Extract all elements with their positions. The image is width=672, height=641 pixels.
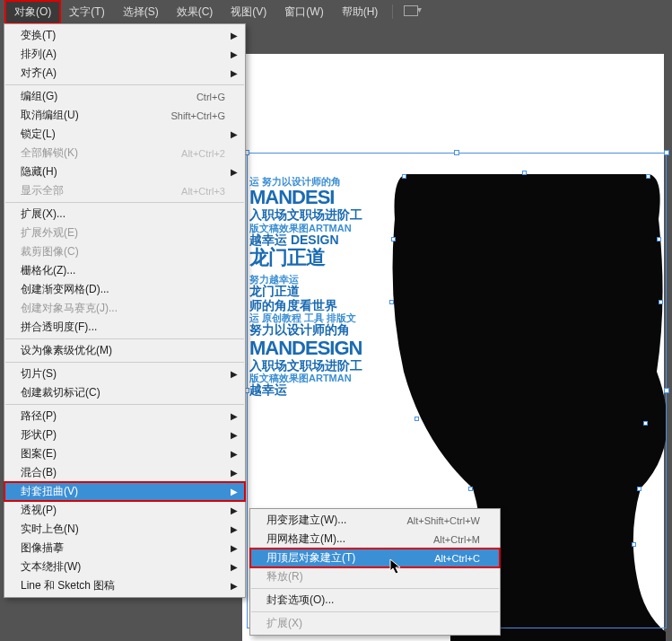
menubar: 对象(O) 文字(T) 选择(S) 效果(C) 视图(V) 窗口(W) 帮助(H… — [0, 0, 672, 23]
object-menu-item-17[interactable]: 拼合透明度(F)... — [4, 318, 245, 337]
menu-item-label: 显示全部 — [21, 183, 64, 198]
object-menu-dropdown: 变换(T)▶排列(A)▶对齐(A)▶编组(G)Ctrl+G取消编组(U)Shif… — [4, 23, 246, 598]
menu-item-label: 封套扭曲(V) — [21, 484, 78, 499]
object-menu-item-19[interactable]: 设为像素级优化(M) — [4, 341, 245, 360]
object-menu-item-26[interactable]: 图案(E)▶ — [4, 444, 245, 463]
menu-item-shortcut: Ctrl+G — [196, 92, 225, 102]
object-menu-item-2[interactable]: 对齐(A)▶ — [4, 64, 245, 83]
menu-type[interactable]: 文字(T) — [60, 1, 113, 23]
menu-item-label: 图像描摹 — [21, 540, 64, 556]
menu-item-label: 编组(G) — [21, 89, 57, 104]
menu-item-label: 切片(S) — [21, 366, 57, 382]
object-menu-item-1[interactable]: 排列(A)▶ — [4, 45, 245, 64]
menu-item-label: 设为像素级优化(M) — [21, 343, 112, 358]
menu-separator — [5, 404, 244, 405]
menu-item-label: 变换(T) — [21, 28, 56, 43]
menu-item-label: 排列(A) — [21, 47, 57, 62]
submenu-arrow-icon: ▶ — [231, 31, 238, 40]
menu-item-shortcut: Alt+Ctrl+2 — [181, 148, 225, 159]
object-menu-item-28[interactable]: 封套扭曲(V)▶ — [4, 482, 245, 501]
menu-window[interactable]: 窗口(W) — [275, 1, 332, 23]
menu-select[interactable]: 选择(S) — [114, 1, 168, 23]
object-menu-item-33[interactable]: Line 和 Sketch 图稿▶ — [4, 576, 245, 595]
menu-item-shortcut: Shift+Ctrl+G — [170, 110, 225, 121]
object-menu-item-31[interactable]: 图像描摹▶ — [4, 539, 245, 558]
menu-separator — [5, 362, 244, 363]
menu-item-label: 扩展(X) — [266, 616, 302, 631]
object-menu-item-11[interactable]: 扩展(X)... — [4, 205, 245, 224]
menu-separator — [251, 611, 499, 612]
menu-separator — [5, 202, 244, 203]
object-menu-item-13: 裁剪图像(C) — [4, 242, 245, 261]
envelope-submenu-item-0[interactable]: 用变形建立(W)...Alt+Shift+Ctrl+W — [250, 511, 500, 530]
menu-item-label: 文本绕排(W) — [21, 559, 81, 575]
menu-item-label: Line 和 Sketch 图稿 — [21, 578, 115, 593]
envelope-submenu-item-1[interactable]: 用网格建立(M)...Alt+Ctrl+M — [250, 530, 500, 549]
object-menu-item-4[interactable]: 编组(G)Ctrl+G — [4, 87, 245, 106]
menu-item-label: 用顶层对象建立(T) — [266, 550, 355, 566]
menu-separator — [5, 338, 244, 339]
object-menu-item-27[interactable]: 混合(B)▶ — [4, 463, 245, 482]
object-menu-item-16: 创建对象马赛克(J)... — [4, 299, 245, 318]
menu-item-label: 取消编组(U) — [21, 108, 79, 123]
submenu-arrow-icon: ▶ — [231, 581, 238, 591]
submenu-arrow-icon: ▶ — [231, 167, 238, 177]
submenu-arrow-icon: ▶ — [231, 505, 238, 515]
object-menu-item-6[interactable]: 锁定(L)▶ — [4, 125, 245, 144]
object-menu-item-30[interactable]: 实时上色(N)▶ — [4, 520, 245, 539]
object-menu-item-15[interactable]: 创建渐变网格(D)... — [4, 280, 245, 299]
submenu-arrow-icon: ▶ — [231, 524, 238, 534]
object-menu-item-9: 显示全部Alt+Ctrl+3 — [4, 181, 245, 200]
object-menu-item-5[interactable]: 取消编组(U)Shift+Ctrl+G — [4, 106, 245, 125]
object-menu-item-32[interactable]: 文本绕排(W)▶ — [4, 558, 245, 576]
menu-item-label: 锁定(L) — [21, 127, 56, 142]
submenu-arrow-icon: ▶ — [231, 49, 238, 59]
object-menu-item-7: 全部解锁(K)Alt+Ctrl+2 — [4, 144, 245, 162]
object-menu-item-12: 扩展外观(E) — [4, 224, 245, 242]
menu-item-label: 封套选项(O)... — [266, 593, 334, 608]
menu-item-label: 扩展外观(E) — [21, 225, 78, 241]
menu-separator — [5, 84, 244, 85]
submenu-arrow-icon: ▶ — [231, 468, 238, 478]
menu-effect[interactable]: 效果(C) — [168, 1, 223, 23]
menu-object[interactable]: 对象(O) — [5, 1, 60, 23]
menu-item-shortcut: Alt+Shift+Ctrl+W — [406, 515, 480, 526]
menu-view[interactable]: 视图(V) — [222, 1, 275, 23]
submenu-arrow-icon: ▶ — [231, 449, 238, 459]
menu-item-label: 创建渐变网格(D)... — [21, 282, 109, 297]
menu-item-label: 用网格建立(M)... — [266, 531, 345, 547]
submenu-arrow-icon: ▶ — [231, 129, 238, 139]
submenu-arrow-icon: ▶ — [231, 411, 238, 421]
workspace-switcher-icon[interactable] — [404, 5, 420, 18]
object-menu-item-8[interactable]: 隐藏(H)▶ — [4, 162, 245, 181]
menu-item-label: 隐藏(H) — [21, 164, 57, 180]
menu-item-label: 栅格化(Z)... — [21, 263, 75, 278]
envelope-submenu-item-2[interactable]: 用顶层对象建立(T)Alt+Ctrl+C — [250, 549, 500, 567]
menu-item-shortcut: Alt+Ctrl+C — [434, 553, 480, 564]
object-menu-item-14[interactable]: 栅格化(Z)... — [4, 261, 245, 280]
object-menu-item-21[interactable]: 切片(S)▶ — [4, 364, 245, 383]
envelope-distort-submenu: 用变形建立(W)...Alt+Shift+Ctrl+W用网格建立(M)...Al… — [249, 508, 501, 636]
submenu-arrow-icon: ▶ — [231, 543, 238, 553]
menu-item-label: 裁剪图像(C) — [21, 244, 79, 259]
envelope-submenu-item-3: 释放(R) — [250, 567, 500, 586]
object-menu-item-24[interactable]: 路径(P)▶ — [4, 407, 245, 426]
menu-separator — [251, 588, 499, 589]
menu-item-label: 创建对象马赛克(J)... — [21, 301, 118, 316]
object-menu-item-29[interactable]: 透视(P)▶ — [4, 501, 245, 520]
object-menu-item-0[interactable]: 变换(T)▶ — [4, 26, 245, 45]
menu-item-shortcut: Alt+Ctrl+3 — [181, 186, 225, 197]
object-menu-item-22[interactable]: 创建裁切标记(C) — [4, 383, 245, 402]
menu-item-label: 创建裁切标记(C) — [21, 385, 100, 400]
menu-help[interactable]: 帮助(H) — [333, 1, 388, 23]
menu-item-shortcut: Alt+Ctrl+M — [433, 534, 480, 545]
menu-item-label: 拼合透明度(F)... — [21, 320, 97, 335]
submenu-arrow-icon: ▶ — [231, 562, 238, 572]
submenu-arrow-icon: ▶ — [231, 369, 238, 379]
menu-item-label: 透视(P) — [21, 503, 57, 518]
envelope-submenu-item-7: 扩展(X) — [250, 614, 500, 633]
object-menu-item-25[interactable]: 形状(P)▶ — [4, 426, 245, 444]
menu-item-label: 形状(P) — [21, 427, 57, 443]
envelope-submenu-item-5[interactable]: 封套选项(O)... — [250, 591, 500, 610]
divider — [392, 4, 393, 19]
